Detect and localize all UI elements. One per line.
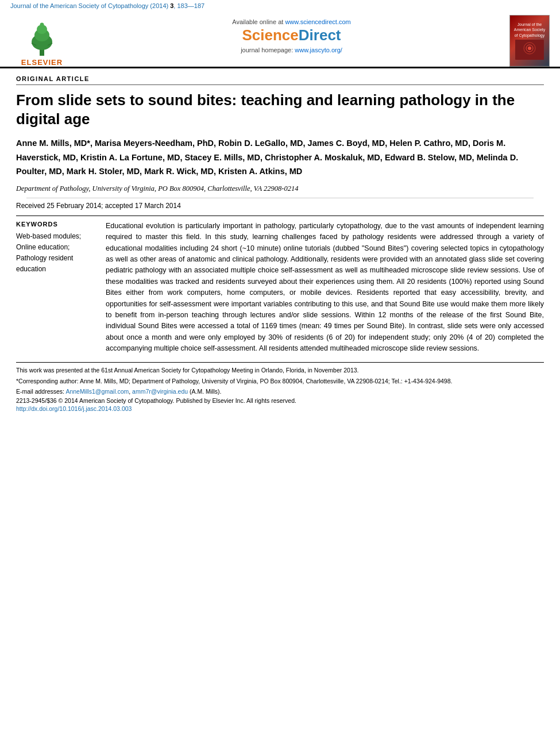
affiliation: Department of Pathology, University of V… [16,184,544,193]
doi-line: http://dx.doi.org/10.1016/j.jasc.2014.03… [16,404,544,413]
conference-note: This work was presented at the 61st Annu… [16,366,544,375]
doi-link[interactable]: http://dx.doi.org/10.1016/j.jasc.2014.03… [16,405,132,412]
corresponding-author-note: *Corresponding author: Anne M. Mills, MD… [16,377,544,386]
journal-citation: Journal of the American Society of Cytop… [0,0,560,10]
authors-list: Anne M. Mills, MD*, Marisa Meyers-Needha… [16,136,544,179]
elsevier-brand-text: ELSEVIER [21,58,63,67]
main-content: ORIGINAL ARTICLE From slide sets to soun… [0,68,560,354]
email-link-2[interactable]: amm7r@virginia.edu [132,388,188,395]
sciencedirect-url[interactable]: www.sciencedirect.com [285,18,350,25]
received-dates: Received 25 February 2014; accepted 17 M… [16,202,544,210]
abstract-column: Educational evolution is particularly im… [106,221,544,355]
keyword-item-1: Web-based modules [16,231,96,242]
keyword-item-3: Pathology resident education [16,253,96,275]
affiliation-rule [26,198,534,198]
svg-point-10 [528,47,531,50]
journal-homepage-link[interactable]: www.jascyto.org/ [295,47,342,53]
article-type-label: ORIGINAL ARTICLE [16,75,544,85]
abstract-section: KEYWORDS Web-based modules Online educat… [16,221,544,355]
copyright-line: 2213-2945/$36 © 2014 American Society of… [16,397,544,404]
keywords-column: KEYWORDS Web-based modules Online educat… [16,221,96,355]
svg-point-4 [40,23,44,27]
sciencedirect-section: Available online at www.sciencedirect.co… [74,15,509,57]
footer-section [0,362,560,363]
keyword-item-2: Online education [16,242,96,253]
email-addresses: E-mail addresses: AnneMills1@gmail.com, … [16,388,544,395]
footer-top-rule [16,362,544,363]
abstract-top-rule [16,216,544,216]
footer-content: This work was presented at the 61st Annu… [0,366,560,418]
journal-homepage: journal homepage: www.jascyto.org/ [85,47,498,53]
article-title: From slide sets to sound bites: teaching… [16,91,544,128]
sciencedirect-brand: ScienceDirect [85,26,498,44]
journal-cover-image: Journal of the American Society of Cytop… [509,15,550,67]
elsevier-logo: ELSEVIER [10,15,74,67]
page-header: ELSEVIER Available online at www.science… [0,10,560,67]
email-link-1[interactable]: AnneMills1@gmail.com [65,388,129,395]
keywords-title: KEYWORDS [16,221,96,228]
abstract-text: Educational evolution is particularly im… [106,221,544,355]
